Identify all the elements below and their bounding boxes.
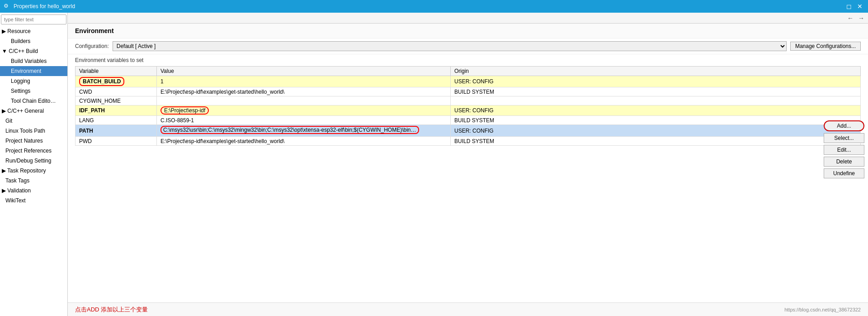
col-header-origin: Origin [451, 67, 861, 76]
sidebar-item-wikitext[interactable]: WikiText [0, 196, 67, 206]
page-title: Environment [75, 27, 114, 34]
annotation-text: 点击ADD 添加以上三个变量 [75, 306, 148, 314]
top-toolbar: ← → [68, 13, 868, 24]
table-cell-value: C.ISO-8859-1 [157, 116, 451, 125]
sidebar-item-cpp-general[interactable]: ▶ C/C++ General [0, 106, 67, 116]
table-cell-origin: BUILD SYSTEM [451, 116, 861, 125]
table-row[interactable]: BATCH_BUILD1USER: CONFIG [75, 76, 861, 87]
table-row[interactable]: IDF_PATHE:\Project\esp-idfUSER: CONFIG [75, 105, 861, 116]
env-table-body: BATCH_BUILD1USER: CONFIGCWDE:\Project\es… [75, 76, 861, 146]
sidebar-item-run-debug-setting[interactable]: Run/Debug Setting [0, 156, 67, 166]
main-container: ▶ ResourceBuilders▼ C/C++ BuildBuild Var… [0, 13, 868, 316]
bottom-bar: 点击ADD 添加以上三个变量 https://blog.csdn.net/qq_… [68, 302, 868, 316]
sidebar-item-linux-tools-path[interactable]: Linux Tools Path [0, 126, 67, 136]
table-cell-origin [451, 96, 861, 105]
table-cell-variable: CYGWIN_HOME [75, 96, 157, 105]
table-cell-variable: CWD [75, 87, 157, 96]
table-cell-variable: LANG [75, 116, 157, 125]
table-cell-origin: USER: CONFIG [451, 125, 861, 137]
table-row[interactable]: PWDE:\Project\esp-idf\examples\get-start… [75, 137, 861, 146]
config-row: Configuration: Default [ Active ] Manage… [68, 38, 868, 54]
sidebar: ▶ ResourceBuilders▼ C/C++ BuildBuild Var… [0, 13, 68, 316]
table-row[interactable]: PATHC:\msys32\usr\bin;C:\msys32\mingw32\… [75, 125, 861, 137]
table-cell-origin: BUILD SYSTEM [451, 137, 861, 146]
table-cell-value [157, 96, 451, 105]
sidebar-item-validation[interactable]: ▶ Validation [0, 186, 67, 196]
sidebar-item-task-repository[interactable]: ▶ Task Repository [0, 166, 67, 176]
table-row[interactable]: LANGC.ISO-8859-1BUILD SYSTEM [75, 116, 861, 125]
env-table: Variable Value Origin BATCH_BUILD1USER: … [75, 66, 861, 146]
sidebar-item-builders[interactable]: Builders [0, 36, 67, 46]
sidebar-item-resource[interactable]: ▶ Resource [0, 26, 67, 36]
filter-input[interactable] [1, 14, 66, 24]
table-cell-variable: PWD [75, 137, 157, 146]
undefine-button[interactable]: Undefine [824, 168, 864, 178]
env-section-label: Environment variables to set [68, 54, 868, 66]
sidebar-item-project-natures[interactable]: Project Natures [0, 136, 67, 146]
forward-button[interactable]: → [856, 14, 866, 23]
table-cell-variable: BATCH_BUILD [75, 76, 157, 87]
sidebar-item-task-tags[interactable]: Task Tags [0, 176, 67, 186]
table-cell-variable: PATH [75, 125, 157, 137]
select-button[interactable]: Select... [824, 133, 864, 143]
table-cell-origin: USER: CONFIG [451, 105, 861, 116]
col-header-variable: Variable [75, 67, 157, 76]
sidebar-item-build-variables[interactable]: Build Variables [0, 56, 67, 66]
add-button[interactable]: Add... [824, 120, 864, 131]
table-cell-origin: USER: CONFIG [451, 76, 861, 87]
table-cell-value: E:\Project\esp-idf [157, 105, 451, 116]
app-icon: ⚙ [4, 3, 11, 10]
edit-button[interactable]: Edit... [824, 145, 864, 155]
table-row[interactable]: CWDE:\Project\esp-idf\examples\get-start… [75, 87, 861, 96]
sidebar-tree: ▶ ResourceBuilders▼ C/C++ BuildBuild Var… [0, 26, 67, 206]
side-buttons: Add... Select... Edit... Delete Undefine [820, 120, 868, 178]
content-header: Environment [68, 24, 868, 38]
content-area: ← → Environment Configuration: Default [… [68, 13, 868, 316]
sidebar-item-environment[interactable]: Environment [0, 66, 67, 76]
table-cell-value: 1 [157, 76, 451, 87]
delete-button[interactable]: Delete [824, 157, 864, 167]
sidebar-item-cpp-build[interactable]: ▼ C/C++ Build [0, 46, 67, 56]
table-cell-origin: BUILD SYSTEM [451, 87, 861, 96]
col-header-value: Value [157, 67, 451, 76]
sidebar-item-settings[interactable]: Settings [0, 86, 67, 96]
table-cell-value: E:\Project\esp-idf\examples\get-started\… [157, 137, 451, 146]
sidebar-item-logging[interactable]: Logging [0, 76, 67, 86]
titlebar-title: Properties for hello_world [14, 3, 844, 10]
sidebar-item-project-references[interactable]: Project References [0, 146, 67, 156]
url-text: https://blog.csdn.net/qq_38672322 [784, 307, 861, 312]
window-controls: ◻ ✕ [844, 2, 864, 11]
table-row[interactable]: CYGWIN_HOME [75, 96, 861, 105]
restore-button[interactable]: ◻ [844, 2, 854, 11]
close-button[interactable]: ✕ [855, 2, 864, 11]
config-select[interactable]: Default [ Active ] [113, 41, 787, 51]
back-button[interactable]: ← [845, 14, 855, 23]
table-cell-variable: IDF_PATH [75, 105, 157, 116]
config-label: Configuration: [75, 43, 109, 49]
sidebar-item-git[interactable]: Git [0, 116, 67, 126]
manage-configurations-button[interactable]: Manage Configurations... [790, 42, 861, 51]
sidebar-item-tool-chain-editor[interactable]: Tool Chain Edito… [0, 96, 67, 106]
titlebar: ⚙ Properties for hello_world ◻ ✕ [0, 0, 868, 13]
env-table-container: Variable Value Origin BATCH_BUILD1USER: … [68, 66, 868, 302]
table-cell-value: E:\Project\esp-idf\examples\get-started\… [157, 87, 451, 96]
table-cell-value: C:\msys32\usr\bin;C:\msys32\mingw32\bin;… [157, 125, 451, 137]
